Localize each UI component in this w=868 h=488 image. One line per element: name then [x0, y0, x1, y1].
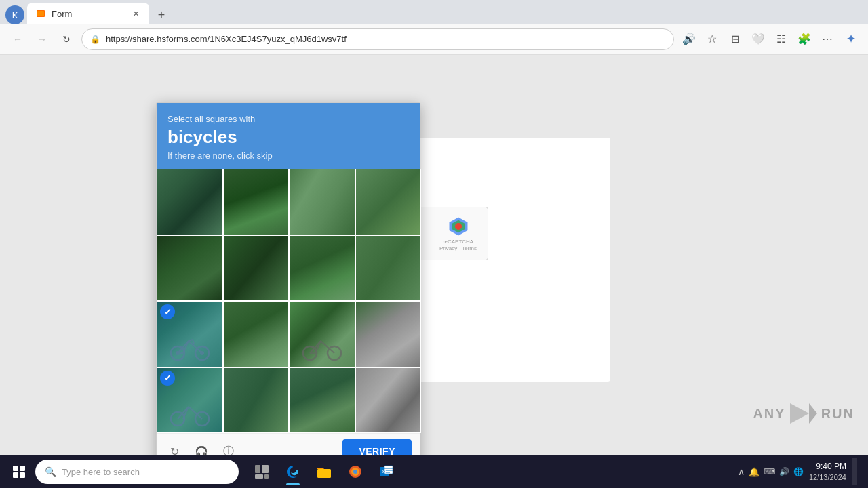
cell-13-check-overlay: ✓ — [157, 368, 222, 433]
taskbar-app-taskview[interactable] — [247, 457, 277, 487]
lock-icon: 🔒 — [90, 35, 100, 44]
back-button[interactable]: ← — [8, 30, 27, 49]
captcha-cell-15[interactable] — [289, 367, 355, 434]
taskbar-app-outlook[interactable]: O — [372, 457, 401, 487]
tab-bar: K Form ✕ + — [0, 0, 868, 24]
windows-logo-icon — [13, 466, 25, 478]
cell-9-check-overlay: ✓ — [157, 302, 222, 367]
taskbar-search-bar[interactable]: 🔍 Type here to search — [35, 460, 239, 484]
taskview-icon — [254, 464, 270, 480]
svg-point-34 — [353, 470, 357, 474]
outlook-icon: O — [378, 464, 395, 480]
captcha-cell-16[interactable] — [355, 367, 422, 434]
browser-chrome: K Form ✕ + ← → ↻ 🔒 https://share.hsforms… — [0, 0, 868, 55]
captcha-cell-13[interactable]: ✓ — [157, 367, 223, 434]
profile-icon[interactable]: K — [5, 5, 24, 24]
split-screen-icon[interactable]: ⊟ — [726, 30, 745, 49]
edge-active-indicator — [286, 483, 300, 485]
anyrun-watermark: ANY RUN — [753, 403, 854, 424]
captcha-cell-4[interactable] — [355, 169, 422, 235]
refresh-button[interactable]: ↻ — [57, 30, 76, 49]
network-icon[interactable]: 🌐 — [793, 467, 804, 476]
svg-rect-30 — [264, 474, 269, 479]
toolbar-icons: 🔊 ☆ ⊟ 🤍 ☷ 🧩 ⋯ ✦ — [679, 30, 860, 49]
system-date: 12/13/2024 — [809, 472, 846, 483]
captcha-cell-10[interactable] — [223, 301, 290, 367]
active-tab[interactable]: Form ✕ — [27, 3, 149, 24]
svg-rect-31 — [317, 469, 331, 478]
captcha-cell-5[interactable] — [157, 235, 223, 302]
captcha-hint: If there are none, click skip — [167, 150, 409, 161]
captcha-cell-11[interactable] — [289, 301, 355, 367]
taskbar: 🔍 Type here to search — [0, 455, 868, 488]
taskbar-systray: ∧ 🔔 ⌨ 🔊 🌐 9:40 PM 12/13/2024 — [738, 458, 863, 485]
systray-icons: ∧ 🔔 ⌨ 🔊 🌐 — [738, 466, 804, 477]
firefox-icon — [347, 464, 363, 480]
favorites-bar-icon[interactable]: 🤍 — [749, 30, 768, 49]
captcha-word: bicycles — [167, 127, 409, 148]
anyrun-logo-icon — [790, 403, 817, 424]
captcha-cell-7[interactable] — [289, 235, 355, 302]
svg-rect-29 — [255, 474, 263, 479]
cell-9-checkmark: ✓ — [160, 304, 175, 319]
system-time: 9:40 PM — [816, 461, 846, 472]
volume-icon[interactable]: 🔊 — [779, 467, 789, 476]
captcha-cell-1[interactable] — [157, 169, 223, 235]
notification-center-icon[interactable]: 🔔 — [749, 467, 760, 477]
explorer-icon — [316, 464, 332, 480]
chevron-up-icon[interactable]: ∧ — [738, 466, 745, 477]
keyboard-icon[interactable]: ⌨ — [764, 467, 775, 476]
new-tab-button[interactable]: + — [152, 5, 171, 24]
copilot-icon[interactable]: ✦ — [841, 30, 860, 49]
start-button[interactable] — [5, 458, 33, 485]
show-desktop-button[interactable] — [852, 458, 857, 485]
recaptcha-logo: reCAPTCHAPrivacy - Terms — [439, 216, 477, 251]
url-text: https://share.hsforms.com/1N6Xc3EJ4S7yuz… — [106, 34, 347, 44]
captcha-cell-6[interactable] — [223, 235, 290, 302]
captcha-cell-12[interactable] — [355, 301, 422, 367]
svg-rect-27 — [255, 465, 260, 473]
svg-rect-28 — [262, 465, 269, 473]
captcha-instruction: Select all squares with — [167, 114, 409, 124]
captcha-header: Select all squares with bicycles If ther… — [157, 103, 420, 169]
tab-close-button[interactable]: ✕ — [130, 8, 141, 19]
taskbar-apps: O — [247, 457, 401, 487]
forward-button[interactable]: → — [33, 30, 52, 49]
page-content: Verify you a protected by reCAPTCHA Priv… — [0, 55, 868, 464]
taskbar-app-firefox[interactable] — [340, 457, 370, 487]
settings-icon[interactable]: ⋯ — [818, 30, 837, 49]
captcha-cell-9[interactable]: ✓ — [157, 301, 223, 367]
cell-13-checkmark: ✓ — [160, 371, 175, 386]
url-bar[interactable]: 🔒 https://share.hsforms.com/1N6Xc3EJ4S7y… — [81, 28, 674, 50]
svg-point-2 — [454, 223, 461, 230]
svg-text:O: O — [382, 470, 385, 474]
taskbar-search-placeholder: Type here to search — [62, 467, 140, 477]
captcha-cell-14[interactable] — [223, 367, 290, 434]
svg-marker-25 — [790, 403, 809, 424]
tab-favicon — [35, 8, 46, 19]
favorites-icon[interactable]: ☆ — [703, 30, 722, 49]
collections-icon[interactable]: ☷ — [772, 30, 791, 49]
svg-rect-1 — [37, 11, 44, 16]
read-aloud-icon[interactable]: 🔊 — [679, 30, 698, 49]
address-bar: ← → ↻ 🔒 https://share.hsforms.com/1N6Xc3… — [0, 24, 868, 54]
extensions-icon[interactable]: 🧩 — [795, 30, 814, 49]
search-icon: 🔍 — [45, 466, 56, 477]
captcha-cell-8[interactable] — [355, 235, 422, 302]
system-clock[interactable]: 9:40 PM 12/13/2024 — [809, 461, 846, 483]
captcha-grid: ✓ — [157, 169, 420, 433]
captcha-overlay: Select all squares with bicycles If ther… — [156, 102, 420, 470]
taskbar-app-edge[interactable] — [278, 457, 308, 487]
taskbar-app-explorer[interactable] — [309, 457, 339, 487]
captcha-cell-2[interactable] — [223, 169, 290, 235]
tab-label: Form — [52, 9, 125, 19]
edge-icon — [285, 464, 301, 480]
svg-marker-26 — [809, 403, 817, 424]
captcha-cell-3[interactable] — [289, 169, 355, 235]
